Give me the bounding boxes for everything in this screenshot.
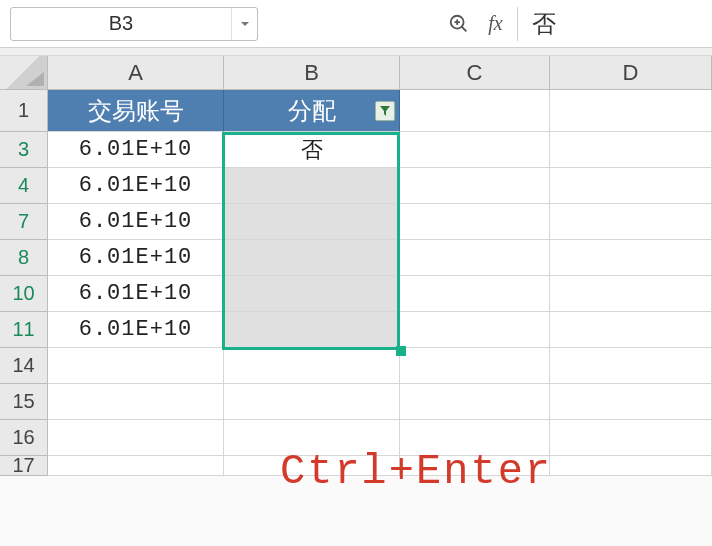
- table-row: 7 6.01E+10: [0, 204, 712, 240]
- cell-account[interactable]: 6.01E+10: [48, 312, 224, 348]
- col-header-B[interactable]: B: [224, 56, 400, 89]
- spreadsheet-grid: A B C D 1 交易账号 分配 3 6.01E+10 否: [0, 56, 712, 476]
- cell-account[interactable]: 6.01E+10: [48, 168, 224, 204]
- column-headers: A B C D: [0, 56, 712, 90]
- row-header[interactable]: 10: [0, 276, 48, 312]
- table-row: 4 6.01E+10: [0, 168, 712, 204]
- table-row: 8 6.01E+10: [0, 240, 712, 276]
- name-box[interactable]: B3: [10, 7, 258, 41]
- annotation-text: Ctrl+Enter: [280, 448, 552, 496]
- cell[interactable]: [224, 348, 400, 384]
- filter-icon[interactable]: [375, 101, 395, 121]
- cell-account[interactable]: 6.01E+10: [48, 240, 224, 276]
- cell[interactable]: [550, 204, 712, 240]
- cell-assign[interactable]: [224, 240, 400, 276]
- header-cell-assign-label: 分配: [288, 95, 336, 127]
- cell-assign[interactable]: [224, 168, 400, 204]
- name-box-dropdown-icon[interactable]: [231, 8, 257, 40]
- cell[interactable]: [48, 348, 224, 384]
- table-row: 3 6.01E+10 否: [0, 132, 712, 168]
- cell[interactable]: [550, 240, 712, 276]
- selection-handle[interactable]: [396, 346, 406, 356]
- svg-line-1: [462, 26, 467, 31]
- table-row: 15: [0, 384, 712, 420]
- cell-assign[interactable]: [224, 276, 400, 312]
- row-header[interactable]: 3: [0, 132, 48, 168]
- row-header[interactable]: 14: [0, 348, 48, 384]
- header-cell-assign[interactable]: 分配: [224, 90, 400, 132]
- toolbar: B3 fx 否: [0, 0, 712, 48]
- formula-bar[interactable]: 否: [517, 7, 702, 41]
- name-box-value: B3: [11, 12, 231, 35]
- row-header[interactable]: 16: [0, 420, 48, 456]
- cell[interactable]: [400, 276, 550, 312]
- table-row: 14: [0, 348, 712, 384]
- cell[interactable]: [400, 348, 550, 384]
- cell[interactable]: [550, 384, 712, 420]
- table-header-row: 1 交易账号 分配: [0, 90, 712, 132]
- cell[interactable]: [550, 276, 712, 312]
- cell-account[interactable]: 6.01E+10: [48, 276, 224, 312]
- zoom-icon[interactable]: [444, 9, 474, 39]
- row-header[interactable]: 15: [0, 384, 48, 420]
- cell-account[interactable]: 6.01E+10: [48, 204, 224, 240]
- cell[interactable]: [550, 420, 712, 456]
- cell[interactable]: [550, 168, 712, 204]
- formula-bar-value: 否: [532, 8, 556, 40]
- table-row: 11 6.01E+10: [0, 312, 712, 348]
- cell[interactable]: [550, 456, 712, 476]
- cell[interactable]: [400, 240, 550, 276]
- cell[interactable]: [550, 348, 712, 384]
- header-cell-account[interactable]: 交易账号: [48, 90, 224, 132]
- row-header[interactable]: 11: [0, 312, 48, 348]
- cell[interactable]: [550, 132, 712, 168]
- row-header[interactable]: 17: [0, 456, 48, 476]
- cell[interactable]: [400, 132, 550, 168]
- cell-assign[interactable]: 否: [224, 132, 400, 168]
- rows-container: 1 交易账号 分配 3 6.01E+10 否 4 6.01E+10: [0, 90, 712, 476]
- row-header[interactable]: 7: [0, 204, 48, 240]
- cell[interactable]: [224, 384, 400, 420]
- cell-assign[interactable]: [224, 312, 400, 348]
- row-header[interactable]: 1: [0, 90, 48, 132]
- cell[interactable]: [48, 384, 224, 420]
- cell[interactable]: [550, 312, 712, 348]
- cell[interactable]: [400, 204, 550, 240]
- col-header-A[interactable]: A: [48, 56, 224, 89]
- col-header-C[interactable]: C: [400, 56, 550, 89]
- cell[interactable]: [400, 90, 550, 132]
- cell[interactable]: [550, 90, 712, 132]
- cell[interactable]: [400, 168, 550, 204]
- toolbar-divider: [0, 48, 712, 56]
- fx-label[interactable]: fx: [482, 12, 508, 35]
- cell[interactable]: [400, 384, 550, 420]
- select-all-corner[interactable]: [0, 56, 48, 89]
- row-header[interactable]: 8: [0, 240, 48, 276]
- cell[interactable]: [400, 312, 550, 348]
- cell-account[interactable]: 6.01E+10: [48, 132, 224, 168]
- row-header[interactable]: 4: [0, 168, 48, 204]
- cell[interactable]: [48, 456, 224, 476]
- table-row: 10 6.01E+10: [0, 276, 712, 312]
- cell[interactable]: [48, 420, 224, 456]
- cell-assign[interactable]: [224, 204, 400, 240]
- col-header-D[interactable]: D: [550, 56, 712, 89]
